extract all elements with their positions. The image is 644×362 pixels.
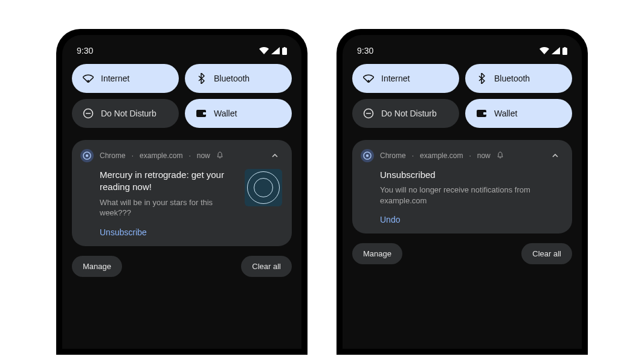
notification-image bbox=[245, 169, 282, 206]
svg-rect-6 bbox=[203, 112, 206, 115]
wallet-icon bbox=[476, 108, 487, 119]
notif-app: Chrome bbox=[380, 151, 406, 160]
status-icons bbox=[539, 47, 567, 55]
notification-text: You will no longer receive notifications… bbox=[380, 185, 562, 206]
wifi-icon bbox=[539, 47, 549, 54]
svg-point-2 bbox=[88, 80, 89, 82]
notification-body: Mercury in retrograde: get your reading … bbox=[80, 169, 282, 218]
notification-footer: Manage Clear all bbox=[72, 256, 292, 277]
svg-point-11 bbox=[368, 80, 370, 82]
qs-label: Wallet bbox=[494, 109, 517, 118]
notif-when: now bbox=[197, 151, 210, 160]
qs-internet[interactable]: Internet bbox=[352, 64, 459, 93]
status-bar: 9:30 bbox=[72, 43, 292, 64]
chrome-icon bbox=[80, 149, 94, 162]
status-bar: 9:30 bbox=[352, 43, 572, 64]
signal-icon bbox=[271, 47, 280, 54]
qs-label: Bluetooth bbox=[494, 74, 530, 83]
notification-title: Unsubscribed bbox=[380, 169, 562, 181]
qs-label: Internet bbox=[381, 74, 410, 83]
qs-label: Do Not Disturb bbox=[101, 109, 156, 118]
qs-label: Bluetooth bbox=[214, 74, 250, 83]
status-icons bbox=[259, 47, 287, 55]
quick-settings: Internet Bluetooth Do Not Disturb Wallet bbox=[72, 64, 292, 128]
dnd-icon bbox=[83, 108, 94, 119]
svg-rect-10 bbox=[564, 47, 566, 48]
notif-app: Chrome bbox=[100, 151, 126, 160]
wallet-icon bbox=[196, 108, 207, 119]
manage-button[interactable]: Manage bbox=[352, 243, 402, 264]
bluetooth-icon bbox=[476, 73, 487, 84]
wifi-icon bbox=[259, 47, 269, 54]
svg-point-17 bbox=[366, 154, 369, 157]
battery-icon bbox=[282, 47, 287, 55]
qs-dnd[interactable]: Do Not Disturb bbox=[72, 99, 179, 128]
unsubscribe-button[interactable]: Unsubscribe bbox=[100, 227, 147, 237]
screen: 9:30 Internet Bluetooth bbox=[343, 35, 582, 349]
clock: 9:30 bbox=[357, 46, 373, 56]
notification-header: Chrome · example.com · now bbox=[361, 148, 562, 163]
phone-left: 9:30 Internet Bluetooth bbox=[56, 29, 308, 355]
qs-internet[interactable]: Internet bbox=[72, 64, 179, 93]
svg-point-8 bbox=[86, 154, 88, 157]
notification-text: What will be in your stars for this week… bbox=[100, 197, 237, 218]
phone-right: 9:30 Internet Bluetooth bbox=[336, 29, 588, 355]
wifi-icon bbox=[363, 73, 374, 84]
wifi-icon bbox=[83, 73, 94, 84]
svg-rect-1 bbox=[284, 47, 286, 48]
manage-button[interactable]: Manage bbox=[72, 256, 122, 277]
notification-card[interactable]: Chrome · example.com · now Mercury in re… bbox=[72, 140, 292, 246]
notification-title: Mercury in retrograde: get your reading … bbox=[100, 169, 237, 194]
notification-actions: Unsubscribe bbox=[80, 227, 282, 238]
notification-body: Unsubscribed You will no longer receive … bbox=[361, 169, 562, 206]
svg-rect-0 bbox=[282, 48, 287, 55]
notification-card[interactable]: Chrome · example.com · now Unsubscribed … bbox=[352, 140, 572, 233]
dnd-icon bbox=[363, 108, 374, 119]
notification-actions: Undo bbox=[361, 214, 562, 225]
notification-footer: Manage Clear all bbox=[352, 243, 572, 264]
collapse-button[interactable] bbox=[268, 148, 282, 163]
signal-icon bbox=[552, 47, 560, 54]
chevron-up-icon bbox=[271, 151, 279, 160]
notif-site: example.com bbox=[420, 151, 463, 160]
quick-settings: Internet Bluetooth Do Not Disturb Wallet bbox=[352, 64, 572, 128]
screen: 9:30 Internet Bluetooth bbox=[62, 35, 301, 349]
qs-wallet[interactable]: Wallet bbox=[185, 99, 292, 128]
qs-label: Wallet bbox=[214, 109, 237, 118]
clock: 9:30 bbox=[77, 46, 93, 56]
clear-all-button[interactable]: Clear all bbox=[521, 243, 572, 264]
bell-icon bbox=[497, 151, 504, 160]
bluetooth-icon bbox=[196, 73, 207, 84]
svg-rect-15 bbox=[483, 112, 486, 115]
collapse-button[interactable] bbox=[548, 148, 562, 163]
svg-rect-9 bbox=[562, 48, 567, 55]
qs-bluetooth[interactable]: Bluetooth bbox=[185, 64, 292, 93]
clear-all-button[interactable]: Clear all bbox=[241, 256, 292, 277]
battery-icon bbox=[562, 47, 567, 55]
qs-label: Internet bbox=[101, 74, 129, 83]
undo-button[interactable]: Undo bbox=[380, 215, 400, 224]
notif-when: now bbox=[477, 151, 491, 160]
qs-wallet[interactable]: Wallet bbox=[465, 99, 572, 128]
qs-dnd[interactable]: Do Not Disturb bbox=[352, 99, 459, 128]
chrome-icon bbox=[361, 149, 374, 162]
qs-bluetooth[interactable]: Bluetooth bbox=[465, 64, 572, 93]
notif-site: example.com bbox=[140, 151, 182, 160]
notification-header: Chrome · example.com · now bbox=[80, 148, 282, 163]
chevron-up-icon bbox=[551, 151, 559, 160]
bell-icon bbox=[216, 151, 224, 160]
qs-label: Do Not Disturb bbox=[381, 109, 437, 118]
